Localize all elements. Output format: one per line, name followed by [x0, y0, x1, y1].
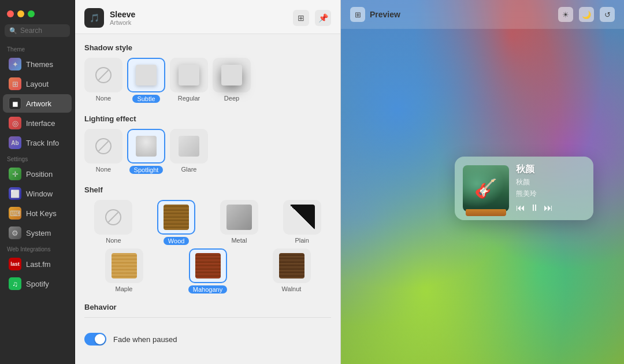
preview-refresh-btn[interactable]: ↺ — [600, 7, 615, 22]
shadow-regular-visual — [179, 65, 199, 86]
layout-icon: ⊞ — [9, 77, 21, 90]
preview-header: ⊞ Preview ☀ 🌙 ↺ — [341, 0, 624, 29]
shelf-metal-box[interactable] — [220, 200, 258, 235]
sidebar-item-trackinfo[interactable]: Ab Track Info — [3, 133, 72, 152]
sidebar-item-position[interactable]: ✛ Position — [3, 165, 72, 183]
shelf-wood-box[interactable] — [157, 200, 195, 235]
shelf-mahogany-option[interactable]: Mahogany — [168, 248, 247, 294]
sidebar-item-artwork-label: Artwork — [26, 99, 51, 108]
preview-layout-btn[interactable]: ⊞ — [350, 7, 365, 22]
walnut-visual — [279, 253, 304, 278]
plain-visual — [289, 205, 315, 230]
shadow-none-box[interactable] — [84, 58, 122, 92]
light-glare-option[interactable]: Glare — [170, 129, 208, 174]
shadow-none-option[interactable]: None — [84, 58, 122, 103]
shelf-plain-box[interactable] — [283, 200, 321, 235]
shelf-none-box[interactable] — [94, 200, 132, 235]
track-album: 秋颜 — [516, 177, 585, 187]
minimize-button[interactable] — [17, 10, 24, 17]
shelf-plain-label: Plain — [295, 237, 309, 244]
behavior-title: Behavior — [84, 303, 331, 311]
shadow-style-options: None Subtle Regular Deep — [84, 58, 331, 103]
shadow-regular-box[interactable] — [170, 58, 208, 92]
fade-when-paused-toggle[interactable] — [84, 333, 106, 346]
album-art-container: 🎸 — [463, 165, 509, 211]
sidebar-item-hotkeys[interactable]: ⌨ Hot Keys — [3, 204, 72, 222]
settings-header: 🎵 Sleeve Artwork ⊞ 📌 — [75, 0, 340, 34]
player-widget: 🎸 秋颜 秋颜 熊美玲 ⏮ ⏸ ⏭ — [455, 157, 593, 220]
close-button[interactable] — [7, 10, 14, 17]
spotlight-visual — [136, 136, 157, 157]
settings-scroll: Shadow style None Subtle Regular — [75, 34, 340, 364]
next-button[interactable]: ⏭ — [544, 203, 553, 213]
sidebar-item-position-label: Position — [26, 170, 53, 179]
shadow-regular-option[interactable]: Regular — [170, 58, 208, 103]
sidebar-item-layout[interactable]: ⊞ Layout — [3, 75, 72, 93]
light-glare-box[interactable] — [170, 129, 208, 164]
toggle-knob — [95, 334, 105, 344]
shelf-mahogany-box[interactable] — [189, 248, 227, 283]
shelf-row1: None Wood Metal Plain — [84, 200, 331, 245]
shelf-plain-option[interactable]: Plain — [273, 200, 331, 245]
wood-visual — [164, 205, 189, 230]
no-circle-icon — [105, 209, 121, 225]
sidebar-item-interface[interactable]: ◎ Interface — [3, 114, 72, 132]
shadow-deep-box[interactable] — [213, 58, 251, 92]
shelf-wood-option[interactable]: Wood — [147, 200, 206, 245]
app-name-area: Sleeve Artwork — [110, 10, 135, 27]
spotify-icon: ♫ — [9, 277, 21, 290]
light-glare-label: Glare — [181, 166, 197, 173]
shelf-walnut-option[interactable]: Walnut — [252, 248, 331, 294]
search-input[interactable] — [20, 27, 65, 35]
theme-section-label: Theme — [0, 43, 75, 54]
traffic-lights — [0, 6, 75, 24]
light-spotlight-option[interactable]: Spotlight — [127, 129, 165, 174]
sidebar-item-artwork[interactable]: ◼ Artwork — [3, 94, 72, 113]
sidebar-item-lastfm[interactable]: last Last.fm — [3, 255, 72, 273]
no-circle-icon — [95, 67, 112, 83]
maple-visual — [112, 253, 137, 278]
light-none-box[interactable] — [84, 129, 122, 164]
search-bar[interactable]: 🔍 — [5, 24, 70, 37]
share-button[interactable]: ⊞ — [293, 10, 309, 26]
preview-title: Preview — [370, 10, 400, 19]
prev-button[interactable]: ⏮ — [516, 203, 525, 213]
web-section-label: Web Integrations — [0, 243, 75, 254]
sidebar-item-layout-label: Layout — [26, 80, 49, 88]
sidebar-item-interface-label: Interface — [26, 119, 55, 128]
app-title: Sleeve — [110, 10, 135, 20]
hotkeys-icon: ⌨ — [9, 207, 21, 220]
preview-dark-btn[interactable]: 🌙 — [579, 7, 594, 22]
app-icon: 🎵 — [84, 8, 104, 28]
interface-icon: ◎ — [9, 117, 21, 129]
sidebar-item-system[interactable]: ⚙ System — [3, 224, 72, 242]
track-title: 秋颜 — [516, 164, 585, 176]
shadow-subtle-label: Subtle — [132, 95, 159, 103]
shelf-metal-option[interactable]: Metal — [210, 200, 269, 245]
shelf-maple-option[interactable]: Maple — [84, 248, 164, 294]
shelf-walnut-box[interactable] — [273, 248, 311, 283]
shelf-none-label: None — [106, 237, 121, 244]
shelf-maple-box[interactable] — [105, 248, 143, 283]
shadow-deep-option[interactable]: Deep — [213, 58, 251, 103]
no-circle-icon — [95, 138, 112, 154]
play-pause-button[interactable]: ⏸ — [530, 203, 539, 213]
sidebar-item-themes[interactable]: ✦ Themes — [3, 55, 72, 73]
mahogany-visual — [195, 253, 221, 278]
shadow-subtle-box[interactable] — [127, 58, 165, 92]
sidebar-item-window[interactable]: ⬜ Window — [3, 184, 72, 203]
light-spotlight-box[interactable] — [127, 129, 165, 164]
lighting-effect-options: None Spotlight Glare — [84, 129, 331, 174]
search-icon: 🔍 — [9, 27, 17, 35]
album-art-inner: 🎸 — [463, 165, 509, 211]
shelf-base-visual — [466, 209, 506, 216]
sidebar-item-hotkeys-label: Hot Keys — [26, 209, 57, 218]
maximize-button[interactable] — [28, 10, 35, 17]
shelf-none-option[interactable]: None — [84, 200, 143, 245]
preview-light-btn[interactable]: ☀ — [558, 7, 573, 22]
shadow-subtle-option[interactable]: Subtle — [127, 58, 165, 103]
pin-button[interactable]: 📌 — [315, 10, 331, 26]
light-none-option[interactable]: None — [84, 129, 122, 174]
sidebar-item-spotify[interactable]: ♫ Spotify — [3, 274, 72, 293]
player-info: 秋颜 秋颜 熊美玲 ⏮ ⏸ ⏭ — [516, 164, 585, 213]
